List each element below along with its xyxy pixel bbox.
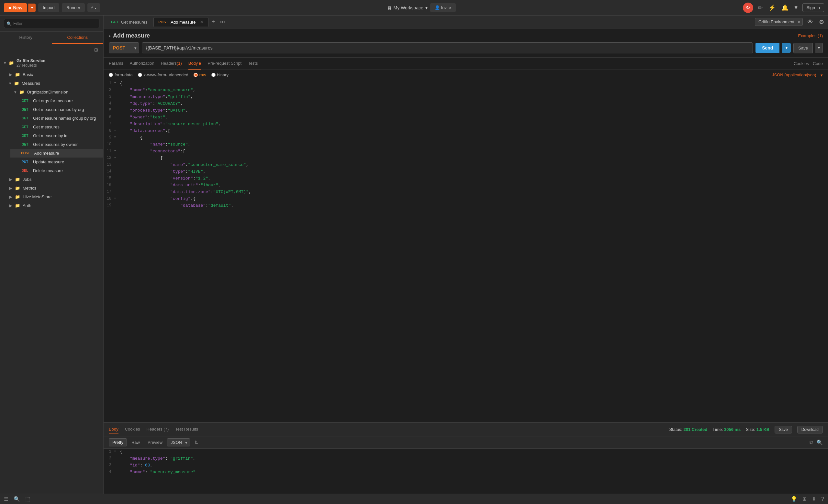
settings-icon[interactable]: ⚙ [818,17,825,27]
json-type-select[interactable]: JSON (application/json) [772,73,823,77]
code-line-10: 10 "name":"source", [104,141,828,148]
radio-binary[interactable]: binary [211,73,229,77]
sub-folder-label-org: OrgnizationDimension [27,90,68,94]
req-tab-pre-request[interactable]: Pre-request Script [207,57,242,70]
request-name-4: Get measures [33,125,59,129]
resp-json-select[interactable]: JSON [167,438,190,447]
console-icon[interactable]: ⬚ [25,496,30,502]
env-select[interactable]: Griffin Environment [755,18,803,26]
resp-save-button[interactable]: Save [775,426,792,433]
resp-tab-cookies[interactable]: Cookies [125,425,140,433]
send-button[interactable]: Send [755,43,780,53]
tab-add-button[interactable]: + [210,18,217,25]
response-body[interactable]: 1 ▾ { 2 "measure.type": "griffin", 3 "id… [104,449,828,494]
req-tab-params[interactable]: Params [109,57,123,70]
pencil-icon[interactable]: ✏ [756,3,764,13]
code-line-6: 6 "owner":"test", [104,114,828,121]
new-dropdown-button[interactable]: ▾ [28,4,36,12]
person-icon: 👤 [435,5,440,10]
resp-download-button[interactable]: Download [797,426,823,433]
code-line-1: 1 ▾ { [104,80,828,87]
resp-preview-btn[interactable]: Preview [144,439,166,446]
tab-close-icon[interactable]: ✕ [200,19,204,25]
req-tab-body[interactable]: Body [189,57,201,70]
folder-item-measures[interactable]: ▾ 📁 Measures ••• [5,79,103,88]
chevron-down-icon-measures: ▾ [9,81,11,86]
cookies-link[interactable]: Cookies [794,61,809,66]
fork-button[interactable]: ⑂ ▾ [87,3,100,12]
sign-in-button[interactable]: Sign In [802,3,824,12]
sub-folder-header-org-dim[interactable]: ▾ 📁 OrgnizationDimension ••• [10,88,103,96]
grid-icon[interactable]: ⊞ [802,496,806,502]
request-item-get-measures[interactable]: GET Get measures [10,123,103,131]
request-item-measure-names-by-org[interactable]: GET Get measure names by org [10,105,103,114]
request-item-delete-measure[interactable]: DEL Delete measure [10,166,103,175]
examples-link[interactable]: Examples (1) [798,33,823,38]
request-item-get-measures-by-owner[interactable]: GET Get measures by owner [10,140,103,149]
sidebar-toggle-icon[interactable]: ☰ [4,496,8,502]
sync-button[interactable]: ↻ [743,3,753,13]
radio-urlencoded[interactable]: x-www-form-urlencoded [138,73,189,77]
download-bottom-icon[interactable]: ⬇ [812,496,816,502]
req-tab-tests[interactable]: Tests [248,57,258,70]
resp-copy-icon[interactable]: ⧉ [810,439,813,446]
radio-form-data[interactable]: form-data [109,73,133,77]
history-tab[interactable]: History [0,32,52,44]
folder-icon-metrics: 📁 [15,186,20,190]
resp-raw-btn[interactable]: Raw [128,439,143,446]
req-tab-headers[interactable]: Headers(1) [161,57,182,70]
invite-button[interactable]: 👤 Invite [430,3,456,12]
env-selector-wrap: Griffin Environment [755,18,803,26]
tab-get-measures[interactable]: GET Get measures [106,17,152,27]
heart-icon[interactable]: ♥ [793,3,799,12]
import-button[interactable]: Import [38,3,59,12]
resp-sort-icon[interactable]: ⇅ [191,439,201,446]
method-select[interactable]: POST GET PUT DELETE [109,42,139,53]
method-badge-post: POST [19,151,31,155]
tab-more-button[interactable]: ••• [218,19,227,25]
chevron-right-icon-hive: ▶ [9,194,12,199]
resp-tab-test-results[interactable]: Test Results [175,425,198,433]
tab-post-add-measure[interactable]: POST Add measure ✕ [154,17,208,27]
request-item-update-measure[interactable]: PUT Update measure [10,157,103,166]
save-button[interactable]: Save [793,43,813,53]
folder-item-jobs[interactable]: ▶ 📁 Jobs [5,175,103,184]
resp-search-icon[interactable]: 🔍 [816,439,823,446]
collection-header[interactable]: ▾ 📁 Griffin Service 27 requests [0,56,103,70]
url-input[interactable] [142,42,753,53]
satellite-icon[interactable]: ⚡ [767,3,777,13]
bell-icon[interactable]: 🔔 [780,3,790,13]
arrow-icon: ▸ [109,33,111,38]
code-link[interactable]: Code [813,61,823,66]
new-collection-button[interactable]: ⊞ [93,46,99,54]
save-arrow-button[interactable]: ▾ [815,43,823,53]
folder-item-auth[interactable]: ▶ 📁 Auth [5,201,103,210]
resp-tab-headers[interactable]: Headers (7) [147,425,169,433]
resp-tab-body[interactable]: Body [109,425,119,433]
folder-item-metrics[interactable]: ▶ 📁 Metrics [5,184,103,192]
req-tab-authorization[interactable]: Authorization [130,57,154,70]
request-item-get-orgs[interactable]: GET Get orgs for measure [10,96,103,105]
resp-pretty-btn[interactable]: Pretty [109,438,127,447]
runner-button[interactable]: Runner [62,3,85,12]
json-select-wrap: JSON (application/json) [772,73,823,77]
help-icon[interactable]: ? [821,496,824,502]
new-button[interactable]: ■ New [4,3,27,12]
eye-icon[interactable]: 👁 [806,17,815,27]
sidebar: 🔍 History Collections ⊞ ▾ 📁 Griffin Serv… [0,15,104,494]
tab-label-post: Add measure [171,20,196,25]
folder-item-hive[interactable]: ▶ 📁 Hive MetaStore [5,192,103,201]
request-item-add-measure[interactable]: POST Add measure [10,149,103,157]
code-editor[interactable]: 1 ▾ { 2 "name":"accuracy_measure", 3 "me… [104,80,828,422]
collections-tab[interactable]: Collections [52,32,104,44]
folder-item-basic[interactable]: ▶ 📁 Basic [5,70,103,79]
folder-icon-auth: 📁 [15,203,20,208]
request-item-measure-names-group[interactable]: GET Get measure names group by org [10,114,103,123]
lightbulb-icon[interactable]: 💡 [791,496,797,502]
filter-input[interactable] [4,19,99,28]
workspace-button[interactable]: ▦ My Workspace ▾ [387,5,427,10]
search-bottom-icon[interactable]: 🔍 [13,496,20,502]
radio-raw[interactable]: raw [194,73,206,77]
request-item-get-measure-by-id[interactable]: GET Get measure by id [10,131,103,140]
send-arrow-button[interactable]: ▾ [782,43,791,53]
